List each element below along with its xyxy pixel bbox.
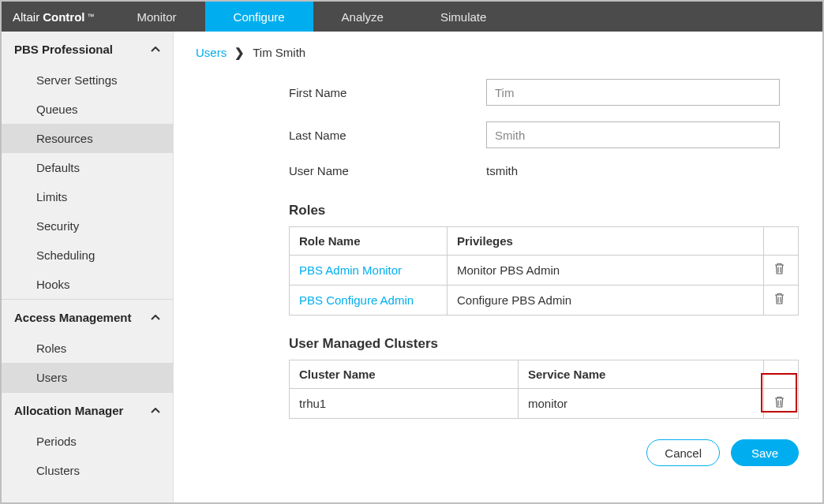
- service-name: monitor: [519, 389, 764, 419]
- sidebar: PBS Professional Server Settings Queues …: [2, 32, 174, 502]
- clusters-header-cluster: Cluster Name: [290, 360, 519, 389]
- sidebar-item-queues[interactable]: Queues: [2, 95, 173, 124]
- sidebar-item-security[interactable]: Security: [2, 211, 173, 241]
- first-name-label: First Name: [289, 86, 486, 99]
- trash-icon[interactable]: [773, 263, 785, 275]
- breadcrumb-users-link[interactable]: Users: [196, 46, 227, 59]
- roles-title: Roles: [289, 203, 799, 218]
- sidebar-section-title: Access Management: [14, 311, 131, 324]
- user-name-value: tsmith: [486, 164, 518, 177]
- role-privilege: Configure PBS Admin: [448, 286, 764, 315]
- clusters-header-service: Service Name: [519, 360, 764, 389]
- last-name-input[interactable]: [486, 121, 780, 148]
- trash-icon[interactable]: [773, 396, 785, 409]
- nav-monitor[interactable]: Monitor: [109, 2, 205, 32]
- sidebar-item-defaults[interactable]: Defaults: [2, 153, 173, 182]
- cluster-name: trhu1: [290, 389, 519, 419]
- chevron-up-icon: [151, 47, 160, 53]
- sidebar-item-scheduling[interactable]: Scheduling: [2, 241, 173, 270]
- sidebar-section-title: PBS Professional: [14, 43, 113, 56]
- brand-thin: Altair: [13, 10, 39, 24]
- breadcrumb-sep-icon: ❯: [234, 46, 245, 59]
- cancel-button[interactable]: Cancel: [646, 439, 720, 466]
- roles-header-name: Role Name: [290, 227, 448, 256]
- sidebar-section-access[interactable]: Access Management: [2, 299, 173, 334]
- clusters-title: User Managed Clusters: [289, 336, 799, 352]
- breadcrumb: Users ❯ Tim Smith: [196, 46, 799, 60]
- table-row: PBS Configure Admin Configure PBS Admin: [290, 286, 799, 315]
- main-content: Users ❯ Tim Smith First Name Last Name U…: [174, 32, 822, 502]
- user-name-label: User Name: [289, 164, 486, 177]
- trash-icon[interactable]: [773, 293, 785, 305]
- nav-configure[interactable]: Configure: [205, 2, 313, 32]
- brand-tm: ™: [88, 13, 95, 21]
- sidebar-section-title: Allocation Manager: [14, 404, 123, 417]
- role-name-link[interactable]: PBS Configure Admin: [290, 286, 448, 315]
- save-button[interactable]: Save: [731, 439, 799, 466]
- chevron-up-icon: [151, 408, 160, 414]
- sidebar-item-hooks[interactable]: Hooks: [2, 270, 173, 299]
- roles-header-priv: Privileges: [448, 227, 764, 256]
- sidebar-item-periods[interactable]: Periods: [2, 427, 173, 456]
- sidebar-item-roles[interactable]: Roles: [2, 334, 173, 363]
- chevron-up-icon: [151, 315, 160, 321]
- sidebar-item-resources[interactable]: Resources: [2, 124, 173, 153]
- clusters-header-action: [764, 360, 799, 389]
- last-name-label: Last Name: [289, 129, 486, 142]
- nav-analyze[interactable]: Analyze: [313, 2, 412, 32]
- sidebar-item-limits[interactable]: Limits: [2, 182, 173, 211]
- brand-bold: Control: [43, 10, 84, 24]
- roles-header-action: [764, 227, 799, 256]
- first-name-input[interactable]: [486, 79, 780, 106]
- sidebar-item-users[interactable]: Users: [2, 363, 173, 392]
- topbar: Altair Control ™ Monitor Configure Analy…: [2, 2, 822, 32]
- role-privilege: Monitor PBS Admin: [448, 256, 764, 286]
- sidebar-section-allocation[interactable]: Allocation Manager: [2, 392, 173, 427]
- sidebar-item-server-settings[interactable]: Server Settings: [2, 65, 173, 95]
- sidebar-section-pbs[interactable]: PBS Professional: [2, 32, 173, 65]
- breadcrumb-current: Tim Smith: [253, 46, 305, 59]
- role-name-link[interactable]: PBS Admin Monitor: [290, 256, 448, 286]
- nav-simulate[interactable]: Simulate: [412, 2, 515, 32]
- roles-table: Role Name Privileges PBS Admin Monitor M…: [289, 226, 799, 315]
- table-row: trhu1 monitor: [290, 389, 799, 419]
- brand: Altair Control ™: [2, 2, 109, 32]
- clusters-table: Cluster Name Service Name trhu1 monitor: [289, 360, 799, 419]
- table-row: PBS Admin Monitor Monitor PBS Admin: [290, 256, 799, 286]
- sidebar-item-clusters[interactable]: Clusters: [2, 456, 173, 485]
